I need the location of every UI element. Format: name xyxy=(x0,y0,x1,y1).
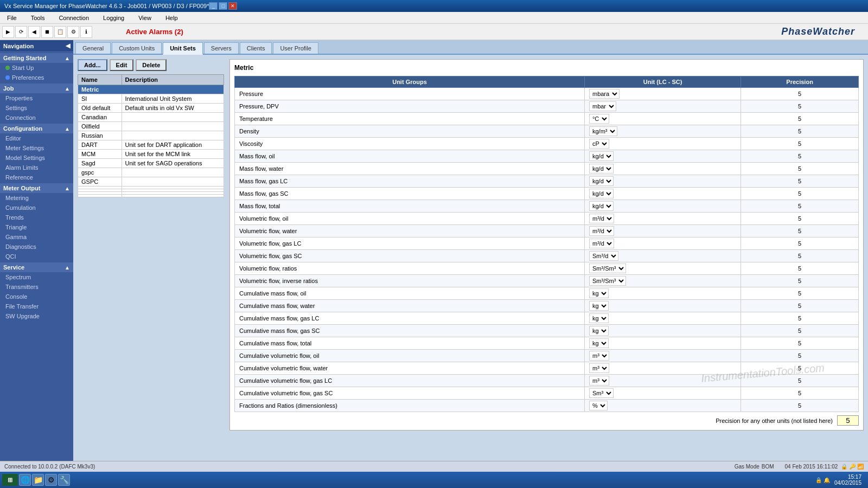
sidebar-item-trends[interactable]: Trends xyxy=(0,213,73,222)
unit-select[interactable]: Sm³/d xyxy=(589,251,618,261)
unit-list-row[interactable]: Old defaultDefault units in old Vx SW xyxy=(78,104,224,113)
nav-collapse-icon[interactable]: ◀ xyxy=(66,42,70,49)
unit-list-row[interactable]: Oilfield xyxy=(78,122,224,131)
taskbar-icon-4[interactable]: 🔧 xyxy=(58,474,70,486)
metric-precision-cell: 5 xyxy=(741,337,859,350)
unit-select[interactable]: kg/d xyxy=(589,151,614,161)
add-button[interactable]: Add... xyxy=(78,59,107,71)
unit-select[interactable]: °C xyxy=(589,114,609,124)
unit-select[interactable]: m³/d xyxy=(589,239,614,248)
tab-general[interactable]: General xyxy=(75,42,111,54)
toolbar-btn-6[interactable]: ⚙ xyxy=(67,26,79,38)
close-button[interactable]: ✕ xyxy=(228,2,237,10)
sidebar-item-qci[interactable]: QCI xyxy=(0,252,73,261)
unit-select[interactable]: kg/d xyxy=(589,164,614,174)
unit-select[interactable]: kg xyxy=(589,288,609,298)
nav-section-service[interactable]: Service ▲ xyxy=(0,262,73,272)
minimize-button[interactable]: _ xyxy=(209,2,218,10)
unit-select[interactable]: kg/d xyxy=(589,201,614,211)
unit-list-row[interactable] xyxy=(78,195,224,197)
nav-section-configuration[interactable]: Configuration ▲ xyxy=(0,124,73,133)
unit-list-desc-cell: Default units in old Vx SW xyxy=(122,104,224,113)
unit-select[interactable]: m³ xyxy=(589,351,609,361)
sidebar-item-connection[interactable]: Connection xyxy=(0,113,73,123)
taskbar-icon-1[interactable]: 🌐 xyxy=(19,474,31,486)
unit-list-row[interactable]: SIInternational Unit System xyxy=(78,94,224,104)
nav-section-job[interactable]: Job ▲ xyxy=(0,84,73,93)
unit-select[interactable]: m³ xyxy=(589,376,609,386)
sidebar-item-gamma[interactable]: Gamma xyxy=(0,232,73,242)
start-button[interactable]: ⊞ xyxy=(2,474,18,486)
unit-list-row[interactable]: Metric xyxy=(78,85,224,94)
unit-list-row[interactable]: SagdUnit set for SAGD operations xyxy=(78,159,224,168)
edit-button[interactable]: Edit xyxy=(110,59,134,71)
unit-select[interactable]: kg/d xyxy=(589,176,614,186)
unit-list-row[interactable]: Canadian xyxy=(78,113,224,122)
sidebar-item-spectrum[interactable]: Spectrum xyxy=(0,272,73,282)
precision-input[interactable] xyxy=(837,415,859,426)
toolbar-btn-5[interactable]: 📋 xyxy=(54,26,66,38)
toolbar-btn-1[interactable]: ▶ xyxy=(2,26,14,38)
unit-select[interactable]: m³ xyxy=(589,363,609,373)
toolbar-btn-4[interactable]: ⏹ xyxy=(41,26,53,38)
tab-unit-sets[interactable]: Unit Sets xyxy=(163,42,203,55)
toolbar-btn-7[interactable]: ℹ xyxy=(80,26,92,38)
maximize-button[interactable]: □ xyxy=(219,2,227,10)
unit-list-row[interactable]: gspc xyxy=(78,168,224,177)
menu-connection[interactable]: Connection xyxy=(54,13,94,23)
unit-list-row[interactable]: MCMUnit set for the MCM link xyxy=(78,150,224,159)
taskbar-icon-2[interactable]: 📁 xyxy=(32,474,44,486)
taskbar-icon-3[interactable]: ⚙ xyxy=(45,474,57,486)
sidebar-item-preferences[interactable]: Preferences xyxy=(0,73,73,82)
sidebar-item-diagnostics[interactable]: Diagnostics xyxy=(0,242,73,252)
unit-select[interactable]: kg/m³ xyxy=(589,126,617,136)
sidebar-item-console[interactable]: Console xyxy=(0,292,73,301)
sidebar-item-file-transfer[interactable]: File Transfer xyxy=(0,301,73,311)
menu-help[interactable]: Help xyxy=(161,13,183,23)
sidebar-item-model-settings[interactable]: Model Settings xyxy=(0,153,73,163)
nav-section-meter-output[interactable]: Meter Output ▲ xyxy=(0,183,73,193)
unit-select[interactable]: kg xyxy=(589,313,609,323)
toolbar-btn-2[interactable]: ⟳ xyxy=(15,26,27,38)
metric-group-cell: Cumulative mass flow, gas SC xyxy=(235,325,585,337)
unit-select[interactable]: mbara xyxy=(589,89,620,99)
tab-servers[interactable]: Servers xyxy=(204,42,239,54)
sidebar-item-settings[interactable]: Settings xyxy=(0,103,73,113)
tab-clients[interactable]: Clients xyxy=(240,42,272,54)
sidebar-item-editor[interactable]: Editor xyxy=(0,133,73,143)
sidebar-item-meter-settings[interactable]: Meter Settings xyxy=(0,143,73,153)
tab-custom-units[interactable]: Custom Units xyxy=(112,42,162,54)
unit-select[interactable]: m³/d xyxy=(589,226,614,236)
unit-list-row[interactable]: Russian xyxy=(78,131,224,140)
sidebar-item-cumulation[interactable]: Cumulation xyxy=(0,203,73,213)
unit-select[interactable]: Sm³/Sm³ xyxy=(589,264,626,273)
unit-select[interactable]: % xyxy=(589,401,608,410)
sidebar-item-metering[interactable]: Metering xyxy=(0,193,73,203)
unit-select[interactable]: kg xyxy=(589,338,609,348)
menu-tools[interactable]: Tools xyxy=(26,13,50,23)
sidebar-item-transmitters[interactable]: Transmitters xyxy=(0,282,73,292)
unit-select[interactable]: mbar xyxy=(589,101,616,111)
tab-user-profile[interactable]: User Profile xyxy=(273,42,318,54)
unit-select[interactable]: kg xyxy=(589,301,609,311)
unit-list-row[interactable]: DARTUnit set for DART application xyxy=(78,140,224,150)
unit-list-row[interactable]: GSPC xyxy=(78,177,224,187)
unit-select[interactable]: cP xyxy=(589,139,609,149)
toolbar-btn-3[interactable]: ◀ xyxy=(28,26,40,38)
nav-section-getting-started[interactable]: Getting Started ▲ xyxy=(0,53,73,63)
sidebar-item-triangle[interactable]: Triangle xyxy=(0,222,73,232)
menu-file[interactable]: File xyxy=(2,13,22,23)
sidebar-item-startup[interactable]: Start Up xyxy=(0,63,73,73)
unit-select[interactable]: Sm³/Sm³ xyxy=(589,276,626,286)
menu-view[interactable]: View xyxy=(133,13,156,23)
delete-button[interactable]: Delete xyxy=(136,59,167,71)
sidebar-item-sw-upgrade[interactable]: SW Upgrade xyxy=(0,311,73,321)
unit-select[interactable]: m³/d xyxy=(589,214,614,223)
sidebar-item-properties[interactable]: Properties xyxy=(0,93,73,103)
sidebar-item-alarm-limits[interactable]: Alarm Limits xyxy=(0,163,73,172)
unit-select[interactable]: kg/d xyxy=(589,189,614,198)
menu-logging[interactable]: Logging xyxy=(98,13,129,23)
sidebar-item-reference[interactable]: Reference xyxy=(0,172,73,182)
unit-select[interactable]: Sm³ xyxy=(589,388,614,398)
unit-select[interactable]: kg xyxy=(589,326,609,336)
